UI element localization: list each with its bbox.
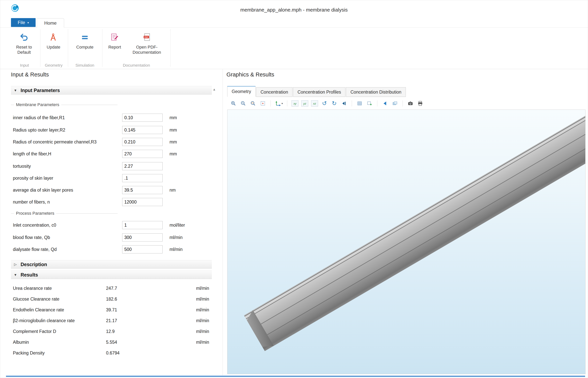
result-label: Endothelin Clearance rate bbox=[13, 307, 64, 312]
rotate-counterclockwise-icon[interactable]: ↺ bbox=[321, 100, 328, 107]
param-row: average dia of skin layer pores nm bbox=[0, 184, 222, 196]
param-row: Inlet concentration, c0 mol/liter bbox=[0, 219, 222, 231]
app-window: membrane_app_alone.mph - membrane dialys… bbox=[0, 0, 588, 378]
param-label: Radius of concentric permeate channel,R3 bbox=[13, 139, 97, 145]
view-xz-icon[interactable]: xz bbox=[311, 100, 318, 107]
svg-text:PDF: PDF bbox=[144, 36, 148, 38]
graphics-canvas[interactable] bbox=[227, 109, 586, 374]
param-input-tortuosity[interactable] bbox=[122, 162, 163, 170]
zoom-out-icon[interactable] bbox=[240, 100, 247, 107]
param-unit: mol/liter bbox=[169, 223, 185, 228]
tab-concentration[interactable]: Concentration bbox=[256, 87, 293, 97]
pdf-icon: PDF bbox=[142, 33, 151, 42]
group-rule bbox=[11, 213, 14, 214]
param-unit: mm bbox=[169, 127, 177, 133]
ribbon-group-input: Input bbox=[11, 63, 38, 68]
collapse-triangle-icon: ▾ bbox=[13, 273, 17, 277]
result-unit: ml/min bbox=[171, 286, 209, 291]
reset-to-default-button[interactable]: Reset to Default bbox=[11, 33, 37, 55]
left-panel-title: Input & Results bbox=[11, 71, 49, 78]
panel-splitter[interactable] bbox=[223, 69, 223, 375]
param-input-porosity[interactable] bbox=[122, 174, 163, 182]
rotate-clockwise-icon[interactable]: ↻ bbox=[331, 100, 338, 107]
group-rule bbox=[11, 105, 14, 105]
description-header-label: Description bbox=[21, 262, 47, 267]
zoom-box-icon[interactable] bbox=[250, 100, 256, 107]
param-unit: ml/min bbox=[169, 247, 183, 252]
param-label: blood flow rate, Qb bbox=[13, 235, 50, 240]
graphics-toolbar: ▾ xy yz xz ↺ ↻ bbox=[230, 98, 424, 109]
tab-home[interactable]: Home bbox=[37, 18, 64, 27]
ribbon-group-documentation: Documentation bbox=[104, 63, 169, 68]
result-value: 5.554 bbox=[106, 340, 117, 345]
dropdown-caret-icon: ▾ bbox=[281, 102, 283, 105]
ribbon-divider bbox=[40, 29, 40, 67]
reset-icon bbox=[20, 33, 28, 42]
add-plot-window-icon[interactable] bbox=[366, 100, 373, 107]
param-input-qd[interactable] bbox=[122, 245, 163, 253]
compute-icon bbox=[80, 33, 89, 42]
ribbon-group-geometry: Geometry bbox=[41, 63, 66, 68]
tab-geometry[interactable]: Geometry bbox=[227, 86, 256, 97]
show-grid-icon[interactable] bbox=[356, 100, 363, 107]
transparency-icon[interactable] bbox=[391, 100, 398, 107]
param-label: Inlet concentration, c0 bbox=[13, 223, 56, 228]
go-to-default-view-button[interactable]: ▾ bbox=[275, 101, 283, 106]
param-input-pore-dia[interactable] bbox=[122, 186, 163, 194]
file-menu-label: File bbox=[18, 20, 25, 25]
param-unit: nm bbox=[169, 188, 176, 193]
print-icon[interactable] bbox=[417, 100, 424, 107]
param-label: dialysate flow rate, Qd bbox=[13, 247, 57, 252]
image-snapshot-icon[interactable] bbox=[407, 100, 414, 107]
fiber-end-cap bbox=[244, 310, 274, 351]
param-input-c0[interactable] bbox=[122, 221, 163, 229]
toolbar-separator bbox=[352, 100, 352, 107]
param-unit: ml/min bbox=[169, 235, 183, 240]
section-header-results[interactable]: ▾ Results bbox=[11, 270, 212, 279]
param-input-h[interactable] bbox=[122, 150, 163, 158]
param-input-fibers[interactable] bbox=[122, 198, 163, 206]
param-unit: mm bbox=[169, 151, 177, 157]
param-row: porosity of skin layer bbox=[0, 172, 222, 184]
scroll-up-arrow-icon[interactable]: ▲ bbox=[213, 88, 216, 92]
file-caret-icon: ▾ bbox=[27, 21, 29, 24]
input-results-panel: Input & Results ▾ Input Parameters ▲ Mem… bbox=[0, 69, 222, 378]
param-label: number of fibers, n bbox=[13, 200, 50, 205]
compute-button[interactable]: Compute bbox=[71, 33, 99, 50]
result-row: β2-microglobulin clearance rate 21.17 ml… bbox=[0, 315, 222, 326]
param-input-r2[interactable] bbox=[122, 126, 163, 134]
section-header-input-parameters[interactable]: ▾ Input Parameters bbox=[11, 86, 212, 94]
membrane-parameters-group-label: Membrane Parameters bbox=[16, 102, 59, 107]
param-input-r1[interactable] bbox=[122, 114, 163, 122]
section-header-description[interactable]: ▷ Description bbox=[11, 260, 212, 269]
param-row: tortuosity bbox=[0, 160, 222, 172]
param-input-r3[interactable] bbox=[122, 138, 163, 146]
view-xy-icon[interactable]: xy bbox=[292, 100, 298, 107]
param-input-qb[interactable] bbox=[122, 233, 163, 242]
param-unit: mm bbox=[169, 139, 177, 145]
result-value: 247.7 bbox=[106, 286, 117, 291]
result-label: Urea clearance rate bbox=[13, 286, 52, 291]
scene-light-icon[interactable] bbox=[382, 100, 388, 107]
view-front-icon[interactable] bbox=[341, 100, 347, 107]
toolbar-separator bbox=[377, 100, 377, 107]
open-pdf-documentation-button[interactable]: PDF Open PDF-Documentation bbox=[128, 33, 166, 55]
results-header-label: Results bbox=[21, 272, 38, 278]
zoom-extents-icon[interactable] bbox=[259, 100, 266, 107]
result-row: Glucose Clearance rate 182.6 ml/min bbox=[0, 294, 222, 304]
process-parameters-group: Process Parameters bbox=[11, 211, 117, 216]
file-menu-button[interactable]: File ▾ bbox=[11, 18, 36, 27]
param-label: tortuosity bbox=[13, 164, 31, 169]
ribbon-tab-row: File ▾ Home bbox=[0, 17, 588, 27]
report-button[interactable]: Report bbox=[104, 33, 125, 50]
update-button[interactable]: Update bbox=[42, 33, 65, 50]
tab-concentration-profiles[interactable]: Concentration Profiles bbox=[293, 87, 345, 97]
view-yz-icon[interactable]: yz bbox=[301, 100, 308, 107]
param-row: inner radius of the fiber,R1 mm bbox=[0, 111, 222, 124]
zoom-in-icon[interactable] bbox=[230, 100, 237, 107]
membrane-parameters-group: Membrane Parameters bbox=[11, 102, 117, 107]
tab-concentration-distribution[interactable]: Concentration Distribution bbox=[346, 87, 406, 97]
result-label: β2-microglobulin clearance rate bbox=[13, 318, 75, 323]
graphics-results-panel: Graphics & Results Geometry Concentratio… bbox=[225, 69, 588, 378]
param-label: porosity of skin layer bbox=[13, 176, 53, 181]
